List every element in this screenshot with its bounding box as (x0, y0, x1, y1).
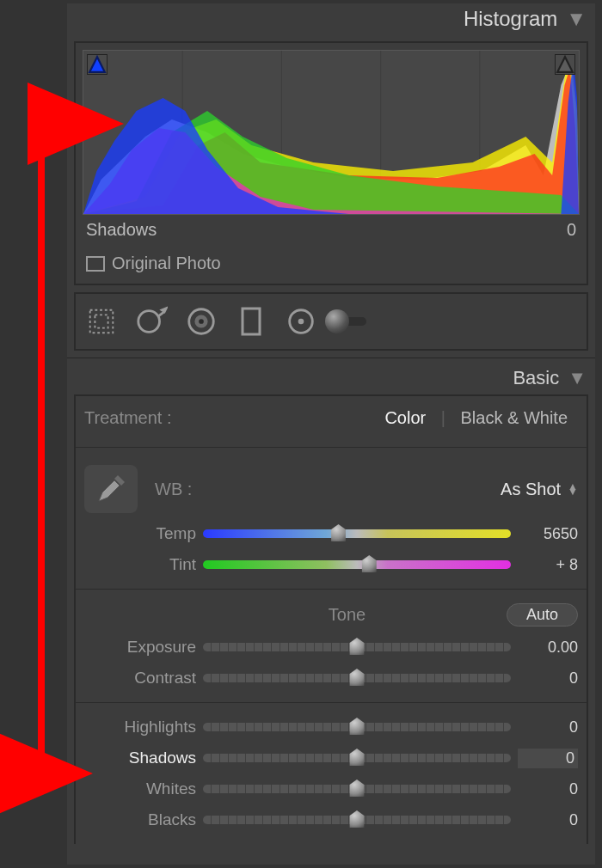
shadow-clipping-toggle[interactable] (87, 54, 108, 75)
tint-label: Tint (84, 555, 196, 574)
chevron-down-icon: ▼ (568, 367, 587, 389)
crop-tool[interactable] (81, 301, 122, 342)
svg-marker-1 (557, 57, 573, 72)
redeye-tool[interactable] (181, 301, 222, 342)
treatment-color[interactable]: Color (374, 406, 436, 430)
histogram-box: Shadows 0 Original Photo (74, 41, 588, 285)
histogram-readout: Shadows 0 (83, 215, 580, 243)
updown-icon: ▲▼ (568, 484, 578, 494)
auto-tone-button[interactable]: Auto (507, 603, 578, 627)
histogram-svg (83, 51, 579, 214)
wb-eyedropper-tool[interactable] (84, 465, 138, 513)
radial-filter-tool[interactable] (280, 301, 322, 342)
highlights-label: Highlights (84, 718, 196, 737)
histogram-readout-label: Shadows (86, 220, 157, 240)
tone-label: Tone (187, 605, 507, 625)
highlights-slider[interactable]: Highlights 0 (84, 712, 578, 743)
histogram-display[interactable] (83, 50, 580, 215)
local-adjust-toolstrip (74, 292, 588, 351)
tint-value[interactable]: + 8 (518, 556, 578, 574)
histogram-header[interactable]: Histogram ▼ (67, 3, 595, 38)
graduated-filter-tool[interactable] (230, 301, 272, 342)
whitebalance-row: WB : As Shot ▲▼ (84, 456, 578, 518)
brush-knob-icon (325, 309, 349, 333)
develop-side-panel: Histogram ▼ (67, 3, 595, 865)
contrast-slider[interactable]: Contrast 0 (84, 663, 578, 694)
svg-rect-7 (95, 315, 108, 327)
shadows-label: Shadows (84, 749, 196, 767)
whites-label: Whites (84, 779, 196, 798)
basic-header[interactable]: Basic ▼ (67, 358, 595, 394)
svg-rect-13 (243, 309, 260, 334)
blacks-slider[interactable]: Blacks 0 (84, 804, 578, 835)
treatment-label: Treatment : (84, 408, 374, 428)
svg-point-8 (138, 311, 160, 333)
exposure-value[interactable]: 0.00 (518, 639, 578, 657)
contrast-label: Contrast (84, 669, 196, 688)
whites-value[interactable]: 0 (518, 780, 578, 798)
blacks-value[interactable]: 0 (518, 811, 578, 829)
blacks-label: Blacks (84, 810, 196, 829)
checkbox-icon (86, 256, 105, 272)
shadows-value[interactable]: 0 (518, 749, 578, 768)
highlight-clipping-toggle[interactable] (555, 54, 575, 75)
svg-point-15 (299, 320, 303, 323)
temp-value[interactable]: 5650 (518, 525, 578, 543)
svg-marker-0 (89, 57, 105, 72)
basic-panel: Treatment : Color | Black & White WB : A… (74, 394, 588, 844)
histogram-title: Histogram (464, 7, 557, 31)
treatment-bw[interactable]: Black & White (451, 406, 578, 430)
whites-slider[interactable]: Whites 0 (84, 773, 578, 804)
svg-rect-6 (90, 310, 114, 333)
brush-size-slider[interactable] (330, 317, 366, 326)
tone-header: Tone Auto (84, 598, 578, 632)
contrast-value[interactable]: 0 (518, 669, 578, 688)
wb-preset-dropdown[interactable]: As Shot (501, 480, 561, 499)
chevron-down-icon: ▼ (566, 7, 587, 31)
treatment-row: Treatment : Color | Black & White (84, 401, 578, 438)
exposure-slider[interactable]: Exposure 0.00 (84, 632, 578, 663)
spot-removal-tool[interactable] (131, 301, 172, 342)
histogram-readout-value: 0 (567, 220, 576, 240)
adjustment-brush-tool[interactable] (330, 301, 372, 342)
original-photo-label: Original Photo (112, 254, 221, 273)
svg-point-12 (199, 319, 204, 324)
temp-label: Temp (84, 524, 196, 543)
original-photo-toggle[interactable]: Original Photo (83, 243, 580, 277)
highlights-value[interactable]: 0 (518, 718, 578, 737)
shadows-slider[interactable]: Shadows 0 (84, 743, 578, 773)
temp-slider[interactable]: Temp 5650 (84, 518, 578, 549)
exposure-label: Exposure (84, 638, 196, 657)
tint-slider[interactable]: Tint + 8 (84, 549, 578, 580)
wb-label: WB : (155, 480, 192, 499)
svg-marker-9 (162, 309, 166, 312)
basic-title: Basic (513, 367, 559, 389)
